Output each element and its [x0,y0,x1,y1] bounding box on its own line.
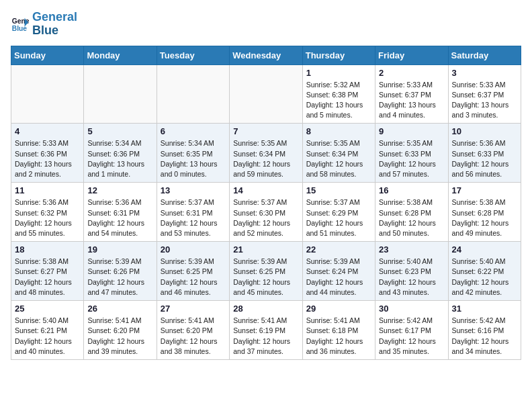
day-number: 26 [87,304,152,314]
day-header: Friday [375,46,448,64]
day-number: 23 [379,244,444,255]
day-number: 27 [161,304,226,314]
day-info: Sunrise: 5:40 AM Sunset: 6:21 PM Dayligh… [15,316,80,357]
day-number: 17 [452,185,517,195]
calendar-cell: 29Sunrise: 5:41 AM Sunset: 6:18 PM Dayli… [302,301,375,360]
day-number: 2 [379,68,444,78]
calendar-cell: 6Sunrise: 5:34 AM Sunset: 6:35 PM Daylig… [157,124,229,183]
day-info: Sunrise: 5:37 AM Sunset: 6:29 PM Dayligh… [306,197,371,238]
day-info: Sunrise: 5:42 AM Sunset: 6:17 PM Dayligh… [379,316,444,357]
day-number: 12 [87,185,152,195]
calendar-cell [84,64,157,124]
logo-icon: General Blue [11,15,30,34]
calendar-cell: 15Sunrise: 5:37 AM Sunset: 6:29 PM Dayli… [302,183,375,242]
calendar-table: SundayMondayTuesdayWednesdayThursdayFrid… [11,46,521,360]
day-number: 3 [452,68,517,78]
calendar-cell: 28Sunrise: 5:41 AM Sunset: 6:19 PM Dayli… [230,301,302,360]
day-info: Sunrise: 5:41 AM Sunset: 6:19 PM Dayligh… [233,316,298,357]
calendar-cell: 31Sunrise: 5:42 AM Sunset: 6:16 PM Dayli… [448,301,521,360]
day-info: Sunrise: 5:36 AM Sunset: 6:33 PM Dayligh… [452,138,517,179]
day-header: Saturday [448,46,521,64]
day-number: 25 [15,304,80,314]
calendar-cell: 14Sunrise: 5:37 AM Sunset: 6:30 PM Dayli… [230,183,302,242]
day-info: Sunrise: 5:41 AM Sunset: 6:20 PM Dayligh… [161,316,226,357]
calendar-cell: 13Sunrise: 5:37 AM Sunset: 6:31 PM Dayli… [157,183,229,242]
day-info: Sunrise: 5:37 AM Sunset: 6:31 PM Dayligh… [161,197,226,238]
day-number: 19 [87,244,152,255]
day-info: Sunrise: 5:39 AM Sunset: 6:25 PM Dayligh… [233,257,298,298]
calendar-cell: 26Sunrise: 5:41 AM Sunset: 6:20 PM Dayli… [84,301,157,360]
day-info: Sunrise: 5:34 AM Sunset: 6:36 PM Dayligh… [87,138,152,179]
day-number: 11 [15,185,80,195]
calendar-cell: 12Sunrise: 5:36 AM Sunset: 6:31 PM Dayli… [84,183,157,242]
day-number: 1 [306,68,371,78]
day-number: 5 [87,126,152,136]
day-header: Tuesday [157,46,229,64]
calendar-header-row: SundayMondayTuesdayWednesdayThursdayFrid… [11,46,521,64]
calendar-cell: 16Sunrise: 5:38 AM Sunset: 6:28 PM Dayli… [375,183,448,242]
logo-text: GeneralBlue [32,11,77,38]
day-header: Wednesday [230,46,302,64]
calendar-cell: 21Sunrise: 5:39 AM Sunset: 6:25 PM Dayli… [230,242,302,301]
calendar-cell: 20Sunrise: 5:39 AM Sunset: 6:25 PM Dayli… [157,242,229,301]
day-number: 24 [452,244,517,255]
calendar-cell: 19Sunrise: 5:39 AM Sunset: 6:26 PM Dayli… [84,242,157,301]
calendar-cell: 11Sunrise: 5:36 AM Sunset: 6:32 PM Dayli… [11,183,84,242]
calendar-cell: 18Sunrise: 5:38 AM Sunset: 6:27 PM Dayli… [11,242,84,301]
day-info: Sunrise: 5:35 AM Sunset: 6:34 PM Dayligh… [306,138,371,179]
day-number: 9 [379,126,444,136]
day-number: 31 [452,304,517,314]
day-info: Sunrise: 5:41 AM Sunset: 6:18 PM Dayligh… [306,316,371,357]
day-number: 28 [233,304,298,314]
day-number: 13 [161,185,226,195]
day-info: Sunrise: 5:34 AM Sunset: 6:35 PM Dayligh… [161,138,226,179]
calendar-cell [157,64,229,124]
logo: General Blue GeneralBlue [11,11,77,38]
day-number: 15 [306,185,371,195]
day-info: Sunrise: 5:42 AM Sunset: 6:16 PM Dayligh… [452,316,517,357]
day-info: Sunrise: 5:39 AM Sunset: 6:26 PM Dayligh… [87,257,152,298]
calendar-cell: 8Sunrise: 5:35 AM Sunset: 6:34 PM Daylig… [302,124,375,183]
calendar-cell: 24Sunrise: 5:40 AM Sunset: 6:22 PM Dayli… [448,242,521,301]
calendar-week-row: 11Sunrise: 5:36 AM Sunset: 6:32 PM Dayli… [11,183,521,242]
day-number: 16 [379,185,444,195]
day-number: 22 [306,244,371,255]
day-header: Thursday [302,46,375,64]
calendar-week-row: 18Sunrise: 5:38 AM Sunset: 6:27 PM Dayli… [11,242,521,301]
day-info: Sunrise: 5:38 AM Sunset: 6:27 PM Dayligh… [15,257,80,298]
calendar-cell: 25Sunrise: 5:40 AM Sunset: 6:21 PM Dayli… [11,301,84,360]
day-number: 7 [233,126,298,136]
calendar-cell [11,64,84,124]
calendar-cell [230,64,302,124]
day-info: Sunrise: 5:33 AM Sunset: 6:37 PM Dayligh… [452,80,517,121]
calendar-cell: 4Sunrise: 5:33 AM Sunset: 6:36 PM Daylig… [11,124,84,183]
day-info: Sunrise: 5:33 AM Sunset: 6:36 PM Dayligh… [15,138,80,179]
day-info: Sunrise: 5:39 AM Sunset: 6:24 PM Dayligh… [306,257,371,298]
day-number: 10 [452,126,517,136]
day-header: Monday [84,46,157,64]
day-info: Sunrise: 5:40 AM Sunset: 6:22 PM Dayligh… [452,257,517,298]
day-info: Sunrise: 5:41 AM Sunset: 6:20 PM Dayligh… [87,316,152,357]
day-info: Sunrise: 5:35 AM Sunset: 6:34 PM Dayligh… [233,138,298,179]
calendar-cell: 22Sunrise: 5:39 AM Sunset: 6:24 PM Dayli… [302,242,375,301]
calendar-cell: 17Sunrise: 5:38 AM Sunset: 6:28 PM Dayli… [448,183,521,242]
day-number: 30 [379,304,444,314]
day-info: Sunrise: 5:36 AM Sunset: 6:31 PM Dayligh… [87,197,152,238]
day-info: Sunrise: 5:37 AM Sunset: 6:30 PM Dayligh… [233,197,298,238]
day-number: 18 [15,244,80,255]
day-number: 4 [15,126,80,136]
calendar-week-row: 4Sunrise: 5:33 AM Sunset: 6:36 PM Daylig… [11,124,521,183]
day-info: Sunrise: 5:38 AM Sunset: 6:28 PM Dayligh… [379,197,444,238]
calendar-cell: 7Sunrise: 5:35 AM Sunset: 6:34 PM Daylig… [230,124,302,183]
page-header: General Blue GeneralBlue [11,11,521,38]
day-number: 29 [306,304,371,314]
day-info: Sunrise: 5:36 AM Sunset: 6:32 PM Dayligh… [15,197,80,238]
calendar-cell: 3Sunrise: 5:33 AM Sunset: 6:37 PM Daylig… [448,64,521,124]
day-header: Sunday [11,46,84,64]
day-number: 8 [306,126,371,136]
calendar-week-row: 25Sunrise: 5:40 AM Sunset: 6:21 PM Dayli… [11,301,521,360]
day-info: Sunrise: 5:32 AM Sunset: 6:38 PM Dayligh… [306,80,371,121]
calendar-cell: 10Sunrise: 5:36 AM Sunset: 6:33 PM Dayli… [448,124,521,183]
day-number: 20 [161,244,226,255]
day-number: 21 [233,244,298,255]
